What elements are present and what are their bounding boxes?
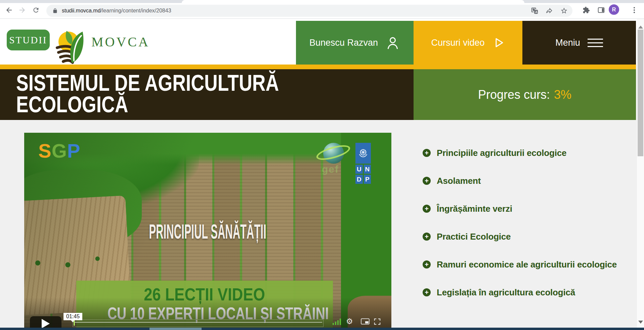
settings-gear-icon[interactable]: ⚙ (346, 317, 353, 326)
video-play-button[interactable] (30, 316, 61, 328)
menu-label: Meniu (555, 38, 580, 48)
horizontal-scrollbar-thumb[interactable] (149, 328, 202, 330)
volume-icon[interactable] (333, 318, 344, 325)
back-button[interactable] (5, 6, 13, 14)
module-item-ingrasaminte[interactable]: + Îngrășăminte verzi (423, 203, 628, 215)
url-host: studii.movca.md (62, 8, 101, 13)
scroll-up-arrow-icon[interactable] (638, 26, 643, 29)
scroll-down-arrow-icon[interactable] (638, 321, 643, 324)
play-icon (42, 319, 50, 328)
module-item-legislatia[interactable]: + Legislația în agricultura ecologică (423, 286, 628, 298)
seek-track (74, 322, 322, 323)
module-item-practici[interactable]: + Practici Ecologice (423, 231, 628, 243)
address-bar[interactable]: studii.movca.md/learning/content/index/2… (46, 5, 572, 17)
time-tooltip: 01:45 (63, 313, 82, 320)
undp-logo: UN DP (355, 143, 371, 184)
plus-icon[interactable]: + (423, 288, 431, 296)
header-videos-button[interactable]: Cursuri video (414, 21, 522, 65)
lock-icon[interactable] (52, 8, 58, 14)
user-name: Bunescu Razvan (309, 38, 378, 48)
course-progress-panel: Progres curs: 3% (414, 69, 636, 120)
plus-icon[interactable]: + (423, 149, 431, 157)
un-emblem-icon (355, 143, 371, 164)
video-seek-bar[interactable] (73, 320, 324, 327)
video-player[interactable]: SGP gef UN DP PRINCIPIUL SĂNĂTĂȚII 26 LE… (24, 133, 391, 328)
hamburger-icon (588, 39, 603, 47)
module-item-principiile[interactable]: + Principiile agriculturii ecologice (423, 147, 628, 159)
video-caption: PRINCIPIUL SĂNĂTĂȚII (24, 219, 391, 243)
module-item-ramuri[interactable]: + Ramuri economice ale agriculturii ecol… (423, 258, 628, 271)
forward-button[interactable] (18, 6, 27, 14)
pip-icon[interactable] (361, 318, 370, 325)
videos-label: Cursuri video (431, 38, 484, 48)
progress-label: Progres curs: (478, 88, 550, 102)
course-modules-list: + Principiile agriculturii ecologice + A… (423, 147, 628, 314)
yellow-divider-stripe (0, 65, 636, 69)
plus-icon[interactable]: + (423, 205, 431, 213)
share-icon[interactable] (546, 7, 553, 14)
vertical-scrollbar-thumb[interactable] (638, 30, 643, 156)
sgp-logo: SGP (38, 139, 81, 162)
progress-value: 3% (554, 88, 571, 102)
side-panel-icon[interactable] (597, 6, 605, 14)
gef-logo-text: gef (322, 164, 339, 175)
course-title: SISTEMUL DE AGRICULTURĂ ECOLOGICĂ (16, 72, 279, 115)
movca-logo-icon[interactable] (54, 27, 88, 65)
play-outline-icon (492, 36, 505, 50)
module-item-asolament[interactable]: + Asolament (423, 175, 628, 187)
translate-icon[interactable] (531, 7, 538, 14)
seek-position-marker[interactable] (74, 321, 75, 326)
active-tab[interactable] (182, 0, 524, 3)
extensions-icon[interactable] (582, 6, 591, 14)
studii-logo-badge[interactable]: STUDII (7, 30, 50, 50)
movca-logo-text[interactable]: MOVCA (91, 19, 150, 65)
profile-avatar[interactable]: R (609, 4, 619, 15)
browser-window: studii.movca.md/learning/content/index/2… (0, 0, 644, 330)
reload-button[interactable] (32, 6, 40, 14)
url-path: /learning/content/index/20843 (101, 8, 171, 13)
bookmark-star-icon[interactable] (560, 7, 568, 14)
plus-icon[interactable]: + (423, 233, 431, 241)
browser-menu-icon[interactable] (631, 6, 637, 14)
course-title-banner: SISTEMUL DE AGRICULTURĂ ECOLOGICĂ (0, 69, 414, 120)
header-menu-button[interactable]: Meniu (522, 21, 636, 65)
plus-icon[interactable]: + (423, 260, 431, 269)
fullscreen-icon[interactable] (374, 318, 381, 325)
header-user-button[interactable]: Bunescu Razvan (296, 21, 414, 65)
plus-icon[interactable]: + (423, 177, 431, 185)
horizontal-scrollbar[interactable] (0, 328, 644, 330)
person-icon (385, 35, 400, 50)
url-text[interactable]: studii.movca.md/learning/content/index/2… (62, 8, 171, 14)
